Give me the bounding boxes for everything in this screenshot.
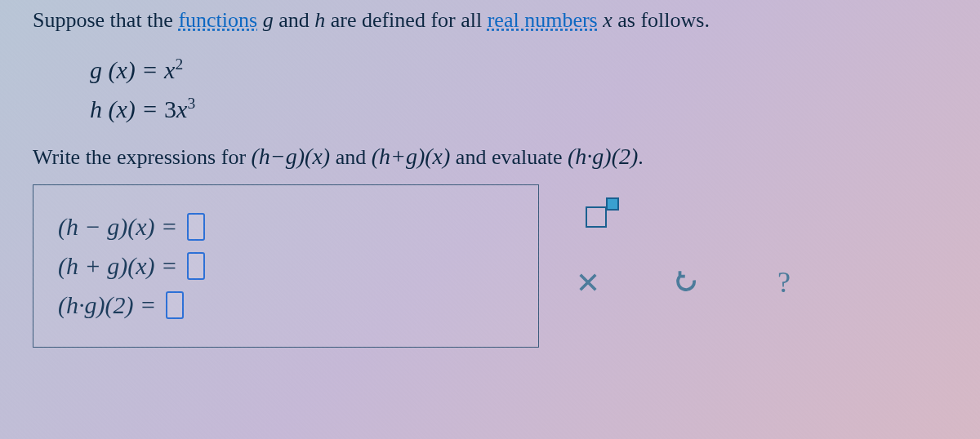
input-hg2[interactable] (166, 291, 184, 319)
intro-x: x (603, 8, 612, 32)
intro-t3: and (274, 8, 315, 32)
exponent-sup-icon (606, 197, 619, 211)
intro-g: g (263, 8, 274, 32)
g-rhs-base: x (164, 56, 175, 83)
problem-intro: Suppose that the functions g and h are d… (33, 8, 947, 33)
h-rhs-exp: 3 (187, 95, 195, 112)
task-e2: (h+g)(x) (372, 144, 451, 169)
x-icon (577, 271, 599, 294)
label-hminusg: (h − g)(x) = (58, 213, 177, 241)
undo-arrow-icon (674, 270, 698, 295)
h-rhs-base: x (176, 95, 187, 122)
exponent-base-icon (586, 206, 607, 228)
h-coef: 3 (164, 95, 176, 122)
intro-t6: as follows. (612, 8, 710, 32)
exponent-button[interactable] (572, 193, 621, 242)
tool-panel: ? (572, 193, 800, 299)
eq2: = (136, 95, 164, 122)
task-e3: (h·g)(2) (568, 144, 638, 169)
answer-row-hplusg: (h + g)(x) = (58, 252, 514, 280)
task-t2: and (330, 145, 372, 169)
link-functions[interactable]: functions (178, 8, 257, 32)
label-hg2: (h·g)(2) = (58, 291, 156, 319)
undo-button[interactable] (670, 266, 702, 299)
input-hminusg[interactable] (187, 213, 205, 241)
h-lhs: h (x) (90, 95, 136, 122)
help-button[interactable]: ? (768, 266, 800, 299)
def-h: h (x) = 3x3 (90, 90, 947, 129)
eq1: = (136, 56, 164, 83)
question-mark-icon: ? (777, 265, 791, 299)
task-t4: . (638, 145, 644, 169)
g-rhs-exp: 2 (175, 55, 183, 73)
task-line: Write the expressions for (h−g)(x) and (… (33, 144, 947, 170)
answer-row-hg2: (h·g)(2) = (58, 291, 514, 319)
g-lhs: g (x) (90, 56, 136, 83)
answer-box: (h − g)(x) = (h + g)(x) = (h·g)(2) = (33, 184, 539, 348)
function-definitions: g (x) = x2 h (x) = 3x3 (90, 51, 947, 129)
intro-t4: are defined for all (325, 8, 488, 32)
task-t3: and evaluate (450, 145, 568, 169)
input-hplusg[interactable] (187, 252, 205, 280)
task-e1: (h−g)(x) (252, 144, 331, 169)
intro-t1: Suppose that the (33, 8, 178, 32)
intro-h: h (314, 8, 325, 32)
task-t1: Write the expressions for (33, 145, 252, 169)
clear-button[interactable] (572, 266, 604, 299)
label-hplusg: (h + g)(x) = (58, 252, 177, 280)
link-real-numbers[interactable]: real numbers (488, 8, 598, 32)
def-g: g (x) = x2 (90, 51, 947, 90)
answer-row-hminusg: (h − g)(x) = (58, 213, 514, 241)
